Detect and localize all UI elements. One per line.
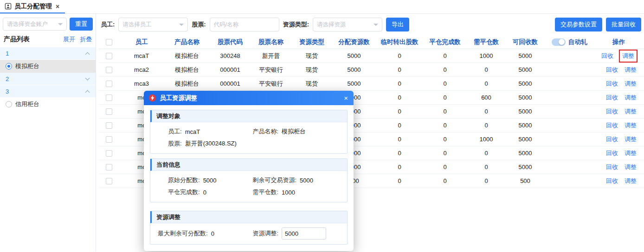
cell-closed: 0 — [423, 174, 467, 188]
row-checkbox[interactable] — [106, 108, 112, 115]
cell-to-close: 0 — [467, 105, 505, 118]
cell-closed: 0 — [423, 77, 467, 90]
adjust-link[interactable]: 调整 — [625, 177, 637, 185]
chevron-down-icon — [85, 76, 90, 81]
adjust-link[interactable]: 调整 — [625, 66, 637, 74]
cell-operation: 回收 调整 — [593, 174, 644, 188]
chevron-down-icon — [374, 24, 378, 26]
cell-recyclable: 5000 — [505, 132, 545, 146]
trade-params-button[interactable]: 交易参数设置 — [555, 18, 602, 32]
cell-auto-netting — [545, 174, 593, 188]
tree-node-1[interactable]: 1 — [0, 47, 96, 60]
cell-auto-netting — [545, 119, 593, 132]
modal-max-allocatable-value: 0 — [211, 230, 214, 237]
modal-closed-label: 平仓完成数: — [168, 188, 200, 196]
tree-leaf-label: 模拟柜台 — [15, 62, 39, 70]
auto-netting-toggle[interactable] — [552, 38, 566, 46]
cell-closed: 0 — [423, 119, 467, 132]
cell-temp-out: 0 — [376, 160, 423, 174]
tab-employee-allocation[interactable]: 员工分配管理 × — [0, 0, 65, 13]
adjust-link[interactable]: 调整 — [625, 121, 637, 130]
adjust-link[interactable]: 调整 — [625, 163, 637, 171]
recycle-link[interactable]: 回收 — [606, 149, 618, 158]
cell-resource-type: 现货 — [292, 77, 332, 90]
cell-stock-code: 300248 — [210, 49, 250, 63]
row-checkbox[interactable] — [106, 94, 112, 101]
tree-leaf-credit-counter[interactable]: 信用柜台 — [0, 98, 96, 111]
resource-type-placeholder: 请选择资源 — [317, 21, 346, 29]
row-checkbox[interactable] — [106, 164, 112, 170]
stock-filter-label: 股票: — [192, 20, 206, 29]
cell-to-close: 0 — [467, 146, 505, 160]
cell-resource-type: 现货 — [292, 49, 332, 63]
section-resource-adjust: 资源调整 最大剩余可分配数: 0 资源调整: — [150, 211, 348, 245]
chevron-up-icon — [85, 52, 90, 57]
adjust-link[interactable]: 调整 — [625, 107, 637, 116]
resource-adjust-input[interactable] — [282, 227, 326, 239]
cell-temp-out: 0 — [376, 91, 423, 104]
cell-recyclable: 5000 — [505, 160, 545, 174]
modal-employee-label: 员工: — [168, 127, 182, 136]
radio-unchecked-icon[interactable] — [6, 101, 12, 107]
row-checkbox[interactable] — [106, 178, 112, 184]
resource-type-select[interactable]: 请选择资源 — [313, 18, 382, 32]
reset-button[interactable]: 重置 — [70, 18, 93, 31]
cell-auto-netting — [545, 63, 593, 76]
adjust-link[interactable]: 调整 — [620, 50, 637, 62]
cell-closed: 0 — [423, 91, 467, 104]
row-checkbox[interactable] — [106, 67, 112, 73]
modal-employee-value: mcaT — [185, 128, 200, 135]
app-logo-icon — [148, 94, 156, 102]
cell-temp-out: 0 — [376, 132, 423, 146]
stock-input[interactable] — [210, 18, 279, 32]
fund-account-select[interactable]: 请选择资金账户 — [3, 18, 67, 31]
recycle-link[interactable]: 回收 — [606, 121, 618, 130]
select-all-checkbox[interactable] — [106, 39, 112, 45]
tree-node-3[interactable]: 3 — [0, 85, 96, 98]
recycle-link[interactable]: 回收 — [606, 135, 618, 144]
row-checkbox[interactable] — [106, 81, 112, 87]
cell-temp-out: 0 — [376, 49, 423, 63]
modal-title: 员工资源调整 — [160, 94, 340, 102]
collapse-link[interactable]: 折叠 — [80, 35, 92, 44]
recycle-link[interactable]: 回收 — [606, 177, 618, 185]
tree-node-2[interactable]: 2 — [0, 73, 96, 85]
recycle-link[interactable]: 回收 — [606, 66, 618, 74]
cell-stock-name: 平安银行 — [250, 77, 292, 90]
modal-to-close-value: 1000 — [282, 189, 295, 196]
cell-auto-netting — [545, 77, 593, 90]
recycle-link[interactable]: 回收 — [606, 163, 618, 171]
adjust-link[interactable]: 调整 — [625, 135, 637, 144]
cell-product: 模拟柜台 — [164, 49, 210, 63]
modal-close-icon[interactable]: × — [343, 94, 349, 102]
cell-allocated: 5000 — [332, 77, 376, 90]
radio-checked-icon[interactable] — [6, 63, 12, 69]
col-recyclable: 可回收数 — [505, 35, 545, 49]
employee-select[interactable]: 请选择员工 — [118, 18, 188, 32]
modal-remaining-value: 5000 — [300, 177, 313, 184]
adjust-link[interactable]: 调整 — [625, 80, 637, 88]
row-checkbox[interactable] — [106, 122, 112, 129]
cell-recyclable: 5000 — [505, 119, 545, 132]
tree-leaf-simulated-counter[interactable]: 模拟柜台 — [0, 60, 96, 73]
recycle-link[interactable]: 回收 — [606, 107, 618, 116]
recycle-link[interactable]: 回收 — [606, 94, 618, 102]
expand-link[interactable]: 展开 — [63, 35, 75, 44]
tab-close-icon[interactable]: × — [56, 3, 59, 10]
batch-recycle-button[interactable]: 批量回收 — [606, 18, 641, 32]
app-window: 员工分配管理 × 请选择资金账户 重置 产品列表 展开 折叠 — [0, 0, 644, 252]
cell-stock-name: 新开普 — [250, 49, 292, 63]
export-button[interactable]: 导出 — [386, 18, 409, 32]
row-checkbox[interactable] — [106, 53, 112, 59]
cell-closed: 0 — [423, 146, 467, 160]
recycle-link[interactable]: 回收 — [606, 80, 618, 88]
adjust-link[interactable]: 调整 — [625, 149, 637, 158]
cell-recyclable: 500 — [505, 174, 545, 188]
adjust-link[interactable]: 调整 — [625, 94, 637, 102]
recycle-link[interactable]: 回收 — [601, 52, 613, 60]
cell-closed: 0 — [423, 132, 467, 146]
product-tree: 1 模拟柜台 2 3 信用柜台 — [0, 47, 96, 111]
row-checkbox[interactable] — [106, 136, 112, 143]
row-checkbox[interactable] — [106, 150, 112, 157]
cell-temp-out: 0 — [376, 146, 423, 160]
